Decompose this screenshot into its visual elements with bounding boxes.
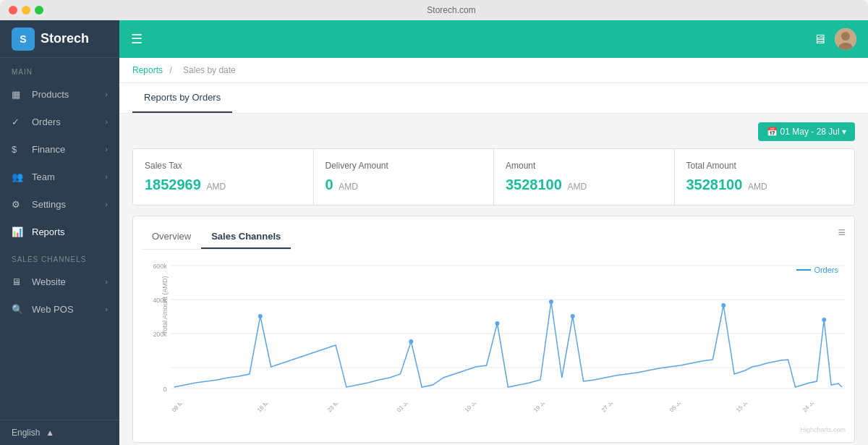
stat-label-sales-tax: Sales Tax	[145, 161, 302, 171]
webpos-icon: 🔍	[12, 302, 25, 315]
chevron-right-icon: ›	[105, 117, 108, 126]
hamburger-icon[interactable]: ☰	[131, 31, 142, 47]
app-container: S Storech MAIN ▦ Products › ✓ Orders › $…	[0, 20, 868, 445]
chevron-right-icon: ›	[105, 172, 108, 181]
stat-value-total: 3528100	[686, 177, 743, 192]
x-tick: 15 Jul	[735, 403, 757, 420]
x-tick: 19 Jun	[532, 403, 556, 420]
filter-row: 📅 01 May - 28 Jul ▾	[132, 114, 855, 148]
stat-label-delivery: Delivery Amount	[326, 161, 482, 171]
breadcrumb-parent[interactable]: Reports	[132, 65, 163, 75]
stat-value-delivery: 0	[326, 177, 333, 192]
top-header: ☰ 🖥	[119, 20, 868, 58]
content-area: Reports / Sales by date Reports by Order…	[119, 58, 868, 445]
sidebar-item-orders[interactable]: ✓ Orders ›	[0, 108, 119, 135]
sidebar-item-finance[interactable]: $ Finance ›	[0, 135, 119, 163]
sidebar-item-website[interactable]: 🖥 Website ›	[0, 268, 119, 295]
stat-unit-delivery: AMD	[339, 182, 358, 192]
svg-point-14	[495, 321, 499, 326]
stat-unit-amount: AMD	[568, 182, 587, 192]
main-section-label: MAIN	[0, 58, 119, 80]
sidebar-item-label: Website	[32, 276, 105, 287]
window-title: Storech.com	[43, 5, 859, 15]
x-tick: 10 Jun	[464, 403, 488, 420]
chart-container: 600k 400k 200k 0	[142, 258, 846, 403]
sidebar-item-webpos[interactable]: 🔍 Web POS ›	[0, 295, 119, 323]
sidebar-item-settings[interactable]: ⚙ Settings ›	[0, 190, 119, 218]
sidebar-item-label: Team	[32, 171, 105, 182]
stat-label-total: Total Amount	[686, 161, 843, 171]
orders-icon: ✓	[12, 115, 25, 128]
header-right: 🖥	[813, 28, 856, 50]
sidebar-item-reports[interactable]: 📊 Reports	[0, 218, 119, 245]
language-label: English	[12, 428, 40, 438]
chevron-right-icon: ›	[105, 90, 108, 98]
x-tick: 08 May, 2015	[171, 403, 206, 420]
logo-text: Storech	[41, 31, 89, 46]
language-arrow-icon: ▲	[46, 428, 54, 438]
team-icon: 👥	[12, 170, 25, 183]
sidebar-item-label: Reports	[32, 226, 108, 237]
sidebar-item-products[interactable]: ▦ Products ›	[0, 80, 119, 108]
stat-card-delivery: Delivery Amount 0 AMD	[314, 149, 494, 205]
sidebar-logo: S Storech	[0, 20, 119, 58]
x-tick: 01 Jun	[396, 403, 420, 420]
x-tick: 27 Jun	[600, 403, 624, 420]
tab-reports-by-orders[interactable]: Reports by Orders	[132, 83, 232, 113]
sidebar-item-team[interactable]: 👥 Team ›	[0, 163, 119, 190]
svg-point-13	[409, 339, 413, 344]
chevron-right-icon: ›	[105, 305, 108, 313]
chart-tabs: Overview Sales Channels	[142, 225, 291, 250]
svg-point-17	[721, 303, 726, 308]
monitor-icon[interactable]: 🖥	[813, 32, 826, 47]
svg-point-12	[258, 314, 263, 318]
chevron-right-icon: ›	[105, 145, 108, 153]
breadcrumb-current: Sales by date	[183, 65, 236, 75]
maximize-button[interactable]	[35, 6, 43, 14]
language-selector[interactable]: English ▲	[0, 420, 119, 445]
legend-line-icon	[796, 269, 811, 271]
main-content: ☰ 🖥 Reports / Sales by date	[119, 20, 868, 445]
breadcrumb: Reports / Sales by date	[119, 58, 868, 83]
stat-value-amount: 3528100	[506, 177, 562, 192]
stat-unit-total: AMD	[748, 182, 767, 192]
svg-point-18	[822, 318, 826, 322]
chevron-right-icon: ›	[105, 200, 108, 208]
avatar[interactable]	[835, 28, 856, 50]
svg-point-1	[841, 32, 850, 41]
chart-svg: 600k 400k 200k 0	[142, 258, 846, 403]
y-axis-label: Total Amount (AMD)	[161, 276, 169, 334]
x-tick: 24 Jul	[801, 403, 824, 420]
stat-value-sales-tax: 1852969	[145, 177, 201, 192]
stat-card-amount: Amount 3528100 AMD	[494, 149, 674, 205]
chart-header: Overview Sales Channels ≡	[142, 225, 846, 255]
legend-label: Orders	[814, 266, 838, 274]
svg-point-15	[549, 300, 553, 304]
x-tick: 05 Jul	[668, 403, 691, 420]
stat-unit-sales-tax: AMD	[207, 182, 226, 192]
svg-point-16	[571, 314, 575, 318]
svg-text:0: 0	[163, 386, 167, 393]
chart-section: Overview Sales Channels ≡	[132, 216, 855, 443]
chart-tab-overview[interactable]: Overview	[142, 225, 201, 249]
content-inner: Reports by Orders 📅 01 May - 28 Jul ▾ Sa…	[119, 83, 868, 445]
breadcrumb-separator: /	[169, 65, 171, 75]
products-icon: ▦	[12, 88, 25, 101]
x-tick: 23 May	[326, 403, 351, 420]
chart-tab-sales-channels[interactable]: Sales Channels	[201, 225, 291, 249]
chevron-right-icon: ›	[105, 277, 108, 286]
tabs-bar: Reports by Orders	[119, 83, 868, 114]
sidebar-item-label: Finance	[32, 144, 105, 155]
close-button[interactable]	[9, 6, 17, 14]
reports-icon: 📊	[12, 225, 25, 238]
traffic-lights	[9, 6, 43, 14]
website-icon: 🖥	[12, 275, 25, 288]
sidebar-item-label: Products	[32, 89, 105, 100]
finance-icon: $	[12, 143, 25, 156]
settings-icon: ⚙	[12, 198, 25, 211]
chart-menu-icon[interactable]: ≡	[838, 225, 846, 240]
minimize-button[interactable]	[22, 6, 30, 14]
date-filter-button[interactable]: 📅 01 May - 28 Jul ▾	[758, 122, 855, 141]
svg-text:600k: 600k	[153, 263, 167, 270]
x-axis: 08 May, 2015 16 May 23 May 01 Jun 10 Jun…	[142, 403, 846, 425]
